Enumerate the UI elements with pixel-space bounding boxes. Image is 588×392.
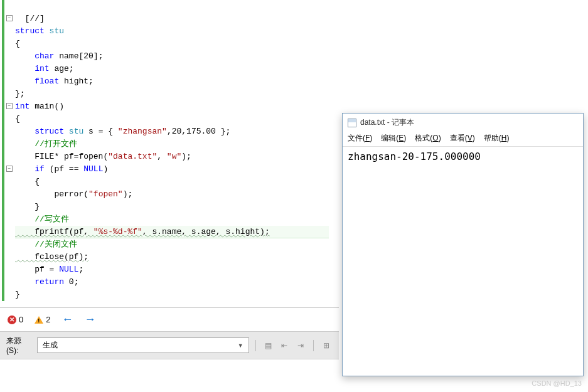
toolbar-icon-2[interactable]: ⇤: [278, 339, 291, 352]
toolbar-icon-4[interactable]: ⊞: [320, 339, 333, 352]
notepad-menubar: 文件(F) 编辑(E) 格式(O) 查看(V) 帮助(H): [343, 132, 583, 147]
error-count[interactable]: ✕ 0: [8, 315, 23, 324]
status-row: ✕ 0 2 ← →: [0, 308, 339, 331]
kw: struct: [15, 26, 45, 36]
fold-toggle-struct[interactable]: −: [6, 15, 13, 21]
toolbar-icon-3[interactable]: ⇥: [294, 339, 307, 352]
separator: [313, 340, 314, 351]
code-editor[interactable]: − − − [//] struct stu { char name[20]; i…: [0, 0, 339, 307]
warning-icon: [35, 316, 43, 324]
code-line: [//]: [15, 14, 45, 23]
bottom-panel: ✕ 0 2 ← → 来源(S): 生成 ▼ ▤ ⇤ ⇥ ⊞: [0, 307, 339, 392]
watermark: CSDN @HD_13: [532, 379, 582, 387]
notepad-titlebar[interactable]: data.txt - 记事本: [343, 114, 583, 132]
nav-forward-button[interactable]: →: [84, 313, 95, 326]
menu-help[interactable]: 帮助(H): [484, 133, 510, 144]
source-label: 来源(S):: [6, 336, 33, 355]
fold-toggle-main[interactable]: −: [6, 103, 13, 109]
error-icon: ✕: [8, 315, 16, 324]
notepad-title-text: data.txt - 记事本: [360, 117, 414, 128]
fold-toggle-if[interactable]: −: [6, 166, 13, 172]
source-value: 生成: [43, 340, 58, 351]
nav-back-button[interactable]: ←: [61, 313, 73, 326]
menu-file[interactable]: 文件(F): [348, 133, 372, 144]
menu-format[interactable]: 格式(O): [415, 133, 441, 144]
editor-gutter: − − −: [0, 0, 14, 307]
chevron-down-icon: ▼: [238, 342, 243, 349]
menu-edit[interactable]: 编辑(E): [381, 133, 406, 144]
notepad-icon: [348, 119, 356, 127]
menu-view[interactable]: 查看(V): [450, 133, 475, 144]
notepad-window[interactable]: data.txt - 记事本 文件(F) 编辑(E) 格式(O) 查看(V) 帮…: [342, 113, 584, 376]
warning-count[interactable]: 2: [35, 315, 50, 324]
toolbar-icon-1[interactable]: ▤: [262, 339, 275, 352]
code-content[interactable]: [//] struct stu { char name[20]; int age…: [15, 0, 270, 314]
separator: [255, 340, 256, 351]
source-dropdown[interactable]: 生成 ▼: [37, 337, 249, 353]
notepad-content[interactable]: zhangsan-20-175.000000: [343, 147, 583, 166]
source-toolbar: 来源(S): 生成 ▼ ▤ ⇤ ⇥ ⊞: [0, 331, 339, 359]
